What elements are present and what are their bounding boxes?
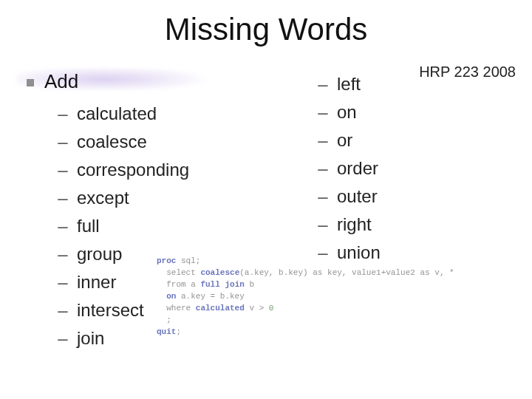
list-item-label: outer: [337, 186, 378, 206]
list-item: –calculated: [58, 100, 189, 128]
code-kw: coalesce: [200, 268, 239, 277]
word-list-left: –calculated –coalesce –corresponding –ex…: [58, 100, 189, 352]
list-item: –or: [318, 126, 381, 154]
list-item-label: order: [337, 158, 378, 178]
list-item: –except: [58, 184, 189, 212]
dash-icon: –: [58, 268, 68, 296]
bullet-square-icon: [27, 79, 34, 86]
dash-icon: –: [58, 212, 68, 240]
slide-title: Missing Words: [0, 12, 532, 47]
dash-icon: –: [58, 324, 68, 352]
dash-icon: –: [318, 211, 328, 239]
list-item-label: except: [77, 188, 129, 208]
list-item-label: union: [337, 242, 381, 262]
list-item: –right: [318, 211, 381, 239]
code-kw: full join: [200, 280, 244, 289]
course-header: HRP 223 2008: [419, 64, 516, 81]
list-item-label: group: [77, 244, 122, 264]
code-text: b: [245, 280, 254, 289]
dash-icon: –: [58, 100, 68, 128]
list-item-label: on: [337, 102, 357, 122]
code-snippet: proc sql; select coalesce(a.key, b.key) …: [157, 255, 454, 338]
code-num: 0: [269, 304, 274, 313]
list-item: –on: [318, 98, 381, 126]
dash-icon: –: [58, 184, 68, 212]
list-item: –intersect: [58, 296, 189, 324]
dash-icon: –: [58, 128, 68, 156]
bullet-add-label: Add: [44, 70, 78, 92]
word-list-right: –left –on –or –order –outer –right –unio…: [318, 70, 381, 267]
dash-icon: –: [58, 240, 68, 268]
list-item: –join: [58, 324, 189, 352]
dash-icon: –: [318, 239, 328, 267]
code-text: v >: [245, 304, 269, 313]
list-item-label: inner: [77, 272, 116, 292]
list-item-label: corresponding: [77, 160, 189, 180]
list-item: –inner: [58, 268, 189, 296]
dash-icon: –: [318, 70, 328, 98]
list-item: –left: [318, 70, 381, 98]
list-item-label: full: [77, 216, 100, 236]
dash-icon: –: [58, 156, 68, 184]
dash-icon: –: [58, 296, 68, 324]
list-item: –corresponding: [58, 156, 189, 184]
dash-icon: –: [318, 183, 328, 211]
list-item: –outer: [318, 183, 381, 211]
list-item-label: or: [337, 130, 352, 150]
list-item: –coalesce: [58, 128, 189, 156]
code-text: (a.key, b.key) as key, value1+value2 as …: [239, 268, 454, 277]
list-item-label: right: [337, 214, 372, 234]
list-item-label: coalesce: [77, 132, 147, 151]
list-item: –full: [58, 212, 189, 240]
code-kw: calculated: [196, 304, 245, 313]
bullet-add: Add: [27, 70, 78, 93]
dash-icon: –: [318, 154, 328, 183]
dash-icon: –: [318, 98, 328, 126]
dash-icon: –: [318, 126, 328, 154]
list-item-label: join: [77, 328, 104, 348]
list-item-label: left: [337, 74, 361, 94]
list-item: –group: [58, 240, 189, 268]
list-item: –union: [318, 239, 381, 267]
list-item: –order: [318, 154, 381, 183]
list-item-label: intersect: [77, 300, 144, 320]
list-item-label: calculated: [77, 103, 157, 123]
